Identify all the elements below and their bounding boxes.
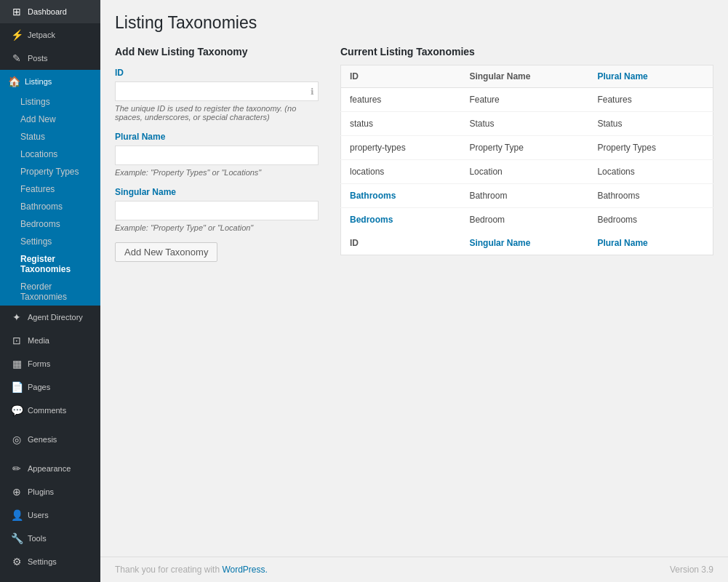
table-row: featuresFeatureFeatures [341,88,713,112]
sidebar-sub-property-types[interactable]: Property Types [0,163,100,180]
singular-label: Singular Name [115,187,319,197]
add-taxonomy-button[interactable]: Add New Taxonomy [115,242,217,262]
form-title: Add New Listing Taxonomy [115,46,319,57]
table-cell-plural: Bedrooms [588,208,713,232]
table-cell-singular: Status [460,112,588,136]
taxonomy-table-section: Current Listing Taxonomies ID Singular N… [340,46,713,255]
taxonomy-id-link[interactable]: Bedrooms [350,215,393,225]
table-row: locationsLocationLocations [341,160,713,184]
listings-icon: 🏠 [7,76,20,87]
tools-icon: 🔧 [10,533,23,544]
sidebar-sub-locations[interactable]: Locations [0,146,100,163]
id-input[interactable] [115,81,319,101]
forms-icon: ▦ [10,358,23,370]
sidebar: ⊞ Dashboard ⚡ Jetpack ✎ Posts 🏠 Listings… [0,0,100,582]
page-title: Listing Taxonomies [115,13,713,33]
sidebar-item-media[interactable]: ⊡ Media [0,329,100,352]
sidebar-item-forms[interactable]: ▦ Forms [0,352,100,375]
table-cell-id: Bedrooms [341,208,461,232]
col-header-singular: Singular Name [460,65,588,88]
table-cell-singular: Location [460,160,588,184]
table-title: Current Listing Taxonomies [340,46,713,57]
footer-bar: Thank you for creating with WordPress. V… [100,557,728,582]
footer-plural: Plural Name [588,231,713,255]
pages-icon: 📄 [10,381,23,393]
version-text: Version 3.9 [670,565,713,575]
info-icon: ℹ [311,87,314,97]
sidebar-item-users[interactable]: 👤 Users [0,503,100,527]
sidebar-item-plugins[interactable]: ⊕ Plugins [0,480,100,503]
taxonomy-id-link[interactable]: Bathrooms [350,191,396,201]
sidebar-item-agent-directory[interactable]: ✦ Agent Directory [0,306,100,329]
sidebar-sub-bedrooms[interactable]: Bedrooms [0,215,100,233]
table-cell-plural: Locations [588,160,713,184]
users-icon: 👤 [10,509,23,521]
sidebar-sub-reorder-taxonomies[interactable]: Reorder Taxonomies [0,278,100,306]
table-cell-id: status [341,112,461,136]
table-cell-id: locations [341,160,461,184]
col-header-id: ID [341,65,461,88]
dashboard-icon: ⊞ [10,6,23,17]
footer-singular: Singular Name [460,231,588,255]
sidebar-item-posts[interactable]: ✎ Posts [0,47,100,70]
jetpack-icon: ⚡ [10,29,23,41]
footer-id: ID [341,231,461,255]
sidebar-item-appearance[interactable]: ✏ Appearance [0,457,100,480]
plugins-icon: ⊕ [10,486,23,498]
footer-text: Thank you for creating with WordPress. [115,565,268,575]
table-row: property-typesProperty TypeProperty Type… [341,136,713,160]
sidebar-sub-features[interactable]: Features [0,180,100,198]
table-cell-plural: Status [588,112,713,136]
table-row: statusStatusStatus [341,112,713,136]
plural-input[interactable] [115,146,319,165]
singular-hint: Example: "Property Type" or "Location" [115,223,319,232]
sidebar-item-dashboard[interactable]: ⊞ Dashboard [0,0,100,23]
table-cell-singular: Bedroom [460,208,588,232]
table-row: BedroomsBedroomBedrooms [341,208,713,232]
comments-icon: 💬 [10,404,23,416]
id-hint: The unique ID is used to register the ta… [115,104,319,121]
sidebar-item-genesis[interactable]: ◎ Genesis [0,428,100,451]
sidebar-sub-status[interactable]: Status [0,128,100,146]
posts-icon: ✎ [10,52,23,64]
taxonomy-table: ID Singular Name Plural Name featuresFea… [340,65,713,255]
table-row: BathroomsBathroomBathrooms [341,184,713,208]
sidebar-item-comments[interactable]: 💬 Comments [0,399,100,422]
table-cell-plural: Property Types [588,136,713,160]
sidebar-sub-listings[interactable]: Listings [0,93,100,111]
singular-input[interactable] [115,201,319,220]
sidebar-sub-register-taxonomies[interactable]: Register Taxonomies [0,250,100,278]
col-header-plural: Plural Name [588,65,713,88]
add-taxonomy-form: Add New Listing Taxonomy ID ℹ The unique… [115,46,319,262]
sidebar-sub-add-new[interactable]: Add New [0,111,100,128]
singular-name-field: Singular Name Example: "Property Type" o… [115,187,319,232]
sidebar-item-mappress[interactable]: 📍 MapPress [0,579,100,582]
main-content: Listing Taxonomies Add New Listing Taxon… [100,0,728,582]
id-field: ID ℹ The unique ID is used to register t… [115,68,319,121]
table-cell-singular: Bathroom [460,184,588,208]
sidebar-sub-settings[interactable]: Settings [0,233,100,250]
wordpress-link[interactable]: WordPress. [222,565,267,575]
media-icon: ⊡ [10,335,23,346]
table-cell-id: Bathrooms [341,184,461,208]
sidebar-item-tools[interactable]: 🔧 Tools [0,527,100,550]
sidebar-item-pages[interactable]: 📄 Pages [0,375,100,399]
table-cell-id: property-types [341,136,461,160]
plural-hint: Example: "Property Types" or "Locations" [115,168,319,177]
id-label: ID [115,68,319,78]
sidebar-item-listings[interactable]: 🏠 Listings [0,70,100,93]
settings-icon: ⚙ [10,556,23,567]
appearance-icon: ✏ [10,463,23,474]
table-cell-singular: Feature [460,88,588,112]
table-cell-plural: Features [588,88,713,112]
table-cell-id: features [341,88,461,112]
plural-name-field: Plural Name Example: "Property Types" or… [115,132,319,177]
agent-directory-icon: ✦ [10,311,23,323]
table-cell-plural: Bathrooms [588,184,713,208]
table-cell-singular: Property Type [460,136,588,160]
sidebar-item-jetpack[interactable]: ⚡ Jetpack [0,23,100,47]
sidebar-sub-bathrooms[interactable]: Bathrooms [0,198,100,215]
sidebar-item-settings[interactable]: ⚙ Settings [0,550,100,573]
plural-label: Plural Name [115,132,319,142]
genesis-icon: ◎ [10,434,23,445]
